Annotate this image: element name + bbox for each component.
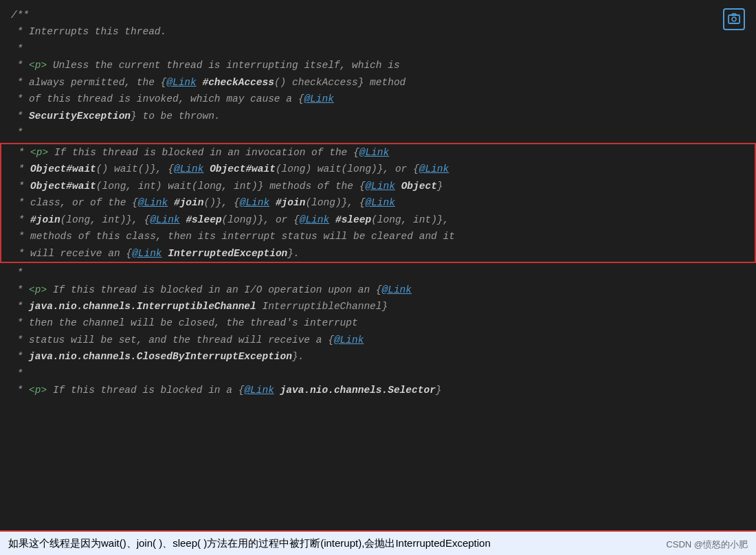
code-line: *: [0, 41, 756, 57]
code-text: * Interrupts this thread.: [11, 24, 745, 39]
code-text: * will receive an {@Link InterruptedExce…: [12, 246, 744, 261]
code-line: * <p> If this thread is blocked in a {@L…: [0, 382, 756, 398]
code-line: * <p> If this thread is blocked in an I/…: [0, 282, 756, 298]
code-line: * status will be set, and the thread wil…: [0, 332, 756, 348]
code-text: * Object#wait() wait()}, {@Link Object#w…: [12, 161, 744, 177]
code-text: * <p> If this thread is blocked in a {@L…: [11, 383, 745, 398]
code-text: * <p> Unless the current thread is inter…: [11, 58, 745, 73]
code-line: * Object#wait(long, int) wait(long, int)…: [1, 178, 755, 194]
screenshot-icon[interactable]: [723, 8, 745, 30]
code-line: *: [0, 264, 756, 281]
code-text: * class, or of the {@Link #join()}, {@Li…: [12, 195, 744, 210]
code-line: * then the channel will be closed, the t…: [0, 315, 756, 331]
code-line: * of this thread is invoked, which may c…: [0, 91, 756, 107]
code-line: * will receive an {@Link InterruptedExce…: [1, 245, 755, 262]
code-line: * methods of this class, then its interr…: [1, 228, 755, 245]
bottom-annotation-bar: 如果这个线程是因为wait()、join( )、sleep( )方法在用的过程中…: [0, 530, 756, 556]
code-text: * status will be set, and the thread wil…: [11, 332, 745, 348]
code-line: *: [0, 365, 756, 382]
code-text: * always permitted, the {@Link #checkAcc…: [11, 75, 745, 90]
svg-rect-0: [729, 15, 740, 23]
code-text: * then the channel will be closed, the t…: [11, 315, 745, 330]
code-text: * <p> If this thread is blocked in an in…: [12, 145, 744, 160]
code-text: *: [11, 265, 745, 280]
code-line: * class, or of the {@Link #join()}, {@Li…: [1, 194, 755, 211]
code-line: /**: [0, 7, 756, 23]
code-line: * java.nio.channels.ClosedByInterruptExc…: [0, 348, 756, 365]
code-text: * <p> If this thread is blocked in an I/…: [11, 282, 745, 297]
code-line: *: [0, 124, 756, 141]
code-text: * #join(long, int)}, {@Link #sleep(long)…: [12, 212, 744, 227]
code-line: * SecurityException} to be thrown.: [0, 108, 756, 124]
code-text: *: [11, 41, 745, 56]
code-text: * Object#wait(long, int) wait(long, int)…: [12, 179, 744, 194]
code-line: * always permitted, the {@Link #checkAcc…: [0, 74, 756, 91]
code-line: * Object#wait() wait()}, {@Link Object#w…: [1, 161, 755, 177]
code-text: * SecurityException} to be thrown.: [11, 109, 745, 124]
code-text: *: [11, 125, 745, 140]
code-container: /** * Interrupts this thread. * * <p> Un…: [0, 0, 756, 555]
code-line: * Interrupts this thread.: [0, 23, 756, 40]
code-text: /**: [11, 8, 745, 23]
code-text: * of this thread is invoked, which may c…: [11, 91, 745, 106]
code-line: * java.nio.channels.InterruptibleChannel…: [0, 298, 756, 315]
code-line: * #join(long, int)}, {@Link #sleep(long)…: [1, 212, 755, 228]
code-text: * methods of this class, then its interr…: [12, 229, 744, 244]
brand-text: CSDN @愤怒的小肥: [666, 539, 748, 551]
code-text: * java.nio.channels.ClosedByInterruptExc…: [11, 349, 745, 364]
annotation-text: 如果这个线程是因为wait()、join( )、sleep( )方法在用的过程中…: [8, 536, 666, 552]
code-line: * <p> If this thread is blocked in an in…: [1, 144, 755, 161]
code-line: * <p> Unless the current thread is inter…: [0, 57, 756, 73]
code-text: * java.nio.channels.InterruptibleChannel…: [11, 299, 745, 314]
svg-point-1: [732, 17, 736, 21]
code-text: *: [11, 366, 745, 381]
highlight-block: * <p> If this thread is blocked in an in…: [0, 143, 756, 263]
